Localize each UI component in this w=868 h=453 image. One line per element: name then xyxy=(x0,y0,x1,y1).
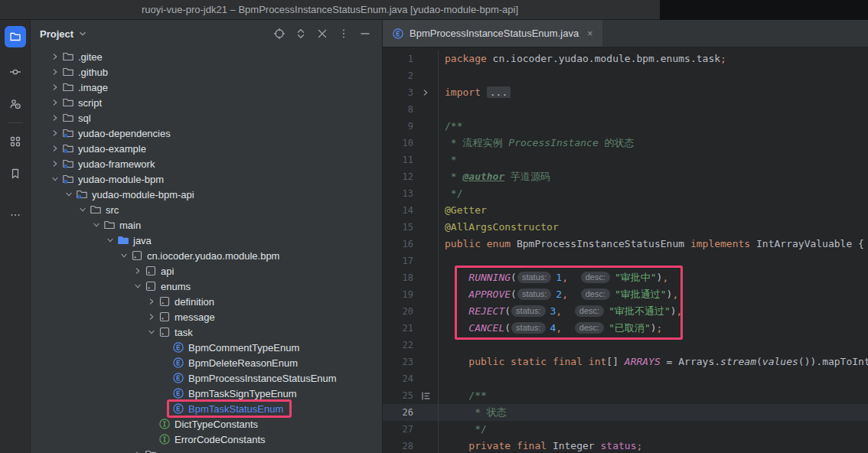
line-number: 15 xyxy=(383,219,413,236)
chevron-down-icon[interactable] xyxy=(77,204,89,215)
commit-icon[interactable] xyxy=(5,61,26,83)
collapse-all-icon[interactable] xyxy=(313,24,331,43)
locate-file-icon[interactable] xyxy=(270,24,289,43)
tree-item-src[interactable]: src xyxy=(31,202,382,217)
tree-item-yudao-module-bpm[interactable]: yudao-module-bpm xyxy=(31,171,382,187)
chevron-down-icon[interactable] xyxy=(63,189,75,200)
tree-item-yudao-dependencies[interactable]: yudao-dependencies xyxy=(31,125,382,141)
tree-item--gitee[interactable]: .gitee xyxy=(31,49,382,64)
doc-render-icon[interactable] xyxy=(413,387,438,404)
code-line-9[interactable]: 9/** xyxy=(383,118,868,135)
chevron-down-icon[interactable] xyxy=(132,281,144,292)
line-number: 16 xyxy=(383,236,413,253)
chevron-right-icon[interactable] xyxy=(132,266,144,276)
code-editor[interactable]: 1package cn.iocoder.yudao.module.bpm.enu… xyxy=(383,47,868,453)
tree-item-bpmcommenttypeenum[interactable]: BpmCommentTypeEnum xyxy=(31,340,382,355)
code-line-27[interactable]: 27 */ xyxy=(383,421,868,438)
chevron-down-icon[interactable] xyxy=(77,28,88,39)
code-line-16[interactable]: 16public enum BpmProcessInstanceStatusEn… xyxy=(383,236,868,253)
tree-item-api[interactable]: api xyxy=(31,263,382,279)
parameter-hint: desc: xyxy=(581,272,610,283)
code-line-17[interactable]: 17 xyxy=(383,253,868,269)
tree-item-task[interactable]: task xyxy=(31,324,382,340)
code-line-2[interactable]: 2 xyxy=(383,67,868,84)
unfold-icon[interactable] xyxy=(292,24,310,43)
tree-item-yudao-module-bpm-api[interactable]: yudao-module-bpm-api xyxy=(31,187,382,202)
tree-item-java[interactable]: java xyxy=(31,233,382,248)
code-line-26[interactable]: 26 * 状态 xyxy=(383,404,868,421)
module-icon xyxy=(61,158,75,170)
chevron-down-icon[interactable] xyxy=(49,174,61,184)
chevron-right-icon[interactable] xyxy=(49,158,61,169)
tree-item-enums[interactable]: enums xyxy=(31,279,382,294)
code-line-19[interactable]: 19 APPROVE(status:2, desc:"审批通过"), xyxy=(383,286,868,303)
chevron-right-icon[interactable] xyxy=(132,449,144,453)
tree-item-dicttypeconstants[interactable]: DictTypeConstants xyxy=(31,416,382,432)
project-panel: Project .gitee.github.imagescriptsqlyuda… xyxy=(31,20,383,453)
code-line-21[interactable]: 21 CANCEL(status:4, desc:"已取消"); xyxy=(383,320,868,337)
code-line-25[interactable]: 25 /** xyxy=(383,387,868,404)
tree-item-bpmprocessinstancestatusenum[interactable]: BpmProcessInstanceStatusEnum xyxy=(31,370,382,386)
code-line-24[interactable]: 24 xyxy=(383,370,868,387)
chevron-right-icon[interactable] xyxy=(145,296,158,307)
tree-item-script[interactable]: script xyxy=(31,95,382,110)
tree-item-partial[interactable] xyxy=(31,447,382,453)
tree-item-label: task xyxy=(175,327,193,338)
tree-item--image[interactable]: .image xyxy=(31,80,382,95)
pull-requests-icon[interactable] xyxy=(5,93,26,115)
code-line-18[interactable]: 18 RUNNING(status:1, desc:"审批中"), xyxy=(383,269,868,286)
chevron-down-icon[interactable] xyxy=(145,327,158,337)
code-line-20[interactable]: 20 REJECT(status:3, desc:"审批不通过"), xyxy=(383,303,868,320)
editor-tab-active[interactable]: BpmProcessInstanceStatusEnum.java × xyxy=(383,20,602,47)
tree-item-yudao-example[interactable]: yudao-example xyxy=(31,141,382,156)
close-tab-icon[interactable]: × xyxy=(587,28,593,39)
tree-item-bpmtaskstatusenum[interactable]: BpmTaskStatusEnum xyxy=(31,401,382,416)
tree-item-sql[interactable]: sql xyxy=(31,110,382,125)
tree-item-message[interactable]: message xyxy=(31,309,382,324)
chevron-right-icon[interactable] xyxy=(49,82,61,93)
code-line-11[interactable]: 11 * xyxy=(383,152,868,168)
chevron-right-icon[interactable] xyxy=(49,51,61,62)
code-line-13[interactable]: 13 */ xyxy=(383,185,868,202)
code-line-3[interactable]: 3import ... xyxy=(383,84,868,101)
chevron-right-icon[interactable] xyxy=(49,128,61,139)
options-kebab-icon[interactable] xyxy=(334,24,353,43)
tree-item-yudao-framework[interactable]: yudao-framework xyxy=(31,156,382,171)
chevron-right-icon[interactable] xyxy=(49,112,61,123)
code-text xyxy=(438,337,868,354)
chevron-right-icon[interactable] xyxy=(49,67,61,77)
tree-item-errorcodeconstants[interactable]: ErrorCodeConstants xyxy=(31,432,382,447)
tree-item-definition[interactable]: definition xyxy=(31,294,382,309)
structure-icon[interactable] xyxy=(5,131,26,152)
tree-item-main[interactable]: main xyxy=(31,217,382,233)
code-text: RUNNING(status:1, desc:"审批中"), xyxy=(438,269,868,286)
chevron-down-icon[interactable] xyxy=(104,235,116,246)
tree-item-bpmdeletereasonenum[interactable]: BpmDeleteReasonEnum xyxy=(31,355,382,370)
code-line-10[interactable]: 10 * 流程实例 ProcessInstance 的状态 xyxy=(383,135,868,152)
code-line-12[interactable]: 12 * @author 芋道源码 xyxy=(383,168,868,185)
fold-chevron-icon[interactable] xyxy=(413,84,438,101)
more-tool-windows-icon[interactable] xyxy=(5,204,26,226)
code-line-28[interactable]: 28 private final Integer status; xyxy=(383,438,868,453)
code-line-14[interactable]: 14@Getter xyxy=(383,202,868,219)
hide-panel-icon[interactable] xyxy=(356,24,374,43)
project-folder-icon[interactable] xyxy=(5,26,26,47)
code-line-8[interactable]: 8 xyxy=(383,101,868,118)
code-line-22[interactable]: 22 xyxy=(383,337,868,354)
tree-item-cn-iocoder-yudao-module-bpm[interactable]: cn.iocoder.yudao.module.bpm xyxy=(31,248,382,263)
chevron-down-icon[interactable] xyxy=(118,250,130,261)
chevron-right-icon[interactable] xyxy=(49,143,61,154)
code-line-23[interactable]: 23 public static final int[] ARRAYS = Ar… xyxy=(383,354,868,370)
tree-item-bpmtasksigntypeenum[interactable]: BpmTaskSignTypeEnum xyxy=(31,386,382,401)
chevron-right-icon[interactable] xyxy=(49,97,61,108)
bookmarks-icon[interactable] xyxy=(5,163,26,184)
code-line-1[interactable]: 1package cn.iocoder.yudao.module.bpm.enu… xyxy=(383,51,868,67)
chevron-down-icon[interactable] xyxy=(90,220,103,230)
tree-item--github[interactable]: .github xyxy=(31,64,382,80)
project-panel-title[interactable]: Project xyxy=(40,28,73,40)
code-line-15[interactable]: 15@AllArgsConstructor xyxy=(383,219,868,236)
code-text: */ xyxy=(438,185,868,202)
interface-icon xyxy=(158,418,171,430)
chevron-right-icon[interactable] xyxy=(145,311,158,322)
fold-spacer xyxy=(413,370,438,387)
